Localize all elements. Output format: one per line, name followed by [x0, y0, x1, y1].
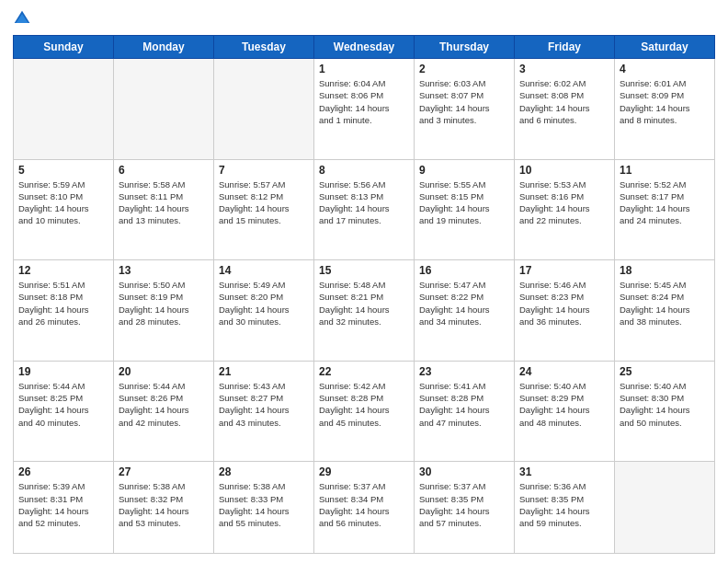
day-number: 20 [119, 365, 209, 378]
day-number: 26 [18, 465, 108, 478]
calendar-cell: 4Sunrise: 6:01 AMSunset: 8:09 PMDaylight… [615, 59, 715, 160]
calendar-cell: 30Sunrise: 5:37 AMSunset: 8:35 PMDayligh… [415, 462, 515, 554]
day-info: Sunrise: 6:01 AMSunset: 8:09 PMDaylight:… [620, 77, 710, 126]
day-number: 29 [319, 465, 409, 478]
calendar-cell: 9Sunrise: 5:55 AMSunset: 8:15 PMDaylight… [415, 159, 515, 260]
calendar-cell: 29Sunrise: 5:37 AMSunset: 8:34 PMDayligh… [314, 462, 415, 554]
calendar-cell [214, 59, 314, 160]
day-info: Sunrise: 5:39 AMSunset: 8:31 PMDaylight:… [18, 480, 108, 529]
header [13, 9, 715, 28]
weekday-header-sunday: Sunday [14, 36, 114, 59]
calendar-cell: 3Sunrise: 6:02 AMSunset: 8:08 PMDaylight… [515, 59, 615, 160]
day-info: Sunrise: 5:55 AMSunset: 8:15 PMDaylight:… [419, 178, 509, 227]
day-number: 19 [18, 365, 108, 378]
day-info: Sunrise: 6:03 AMSunset: 8:07 PMDaylight:… [419, 77, 509, 126]
day-number: 27 [119, 465, 209, 478]
week-row-3: 19Sunrise: 5:44 AMSunset: 8:25 PMDayligh… [14, 361, 715, 462]
day-number: 21 [219, 365, 309, 378]
logo-icon [13, 9, 31, 28]
calendar-cell: 17Sunrise: 5:46 AMSunset: 8:23 PMDayligh… [515, 260, 615, 362]
day-info: Sunrise: 5:42 AMSunset: 8:28 PMDaylight:… [319, 380, 409, 429]
day-info: Sunrise: 5:45 AMSunset: 8:24 PMDaylight:… [620, 279, 710, 327]
calendar-table: SundayMondayTuesdayWednesdayThursdayFrid… [13, 35, 715, 554]
day-info: Sunrise: 5:43 AMSunset: 8:27 PMDaylight:… [219, 380, 309, 429]
day-info: Sunrise: 6:02 AMSunset: 8:08 PMDaylight:… [519, 77, 609, 126]
weekday-header-thursday: Thursday [415, 36, 515, 59]
day-info: Sunrise: 5:56 AMSunset: 8:13 PMDaylight:… [319, 178, 409, 227]
weekday-header-tuesday: Tuesday [214, 36, 314, 59]
calendar-cell: 12Sunrise: 5:51 AMSunset: 8:18 PMDayligh… [14, 260, 114, 362]
calendar-cell: 10Sunrise: 5:53 AMSunset: 8:16 PMDayligh… [515, 159, 615, 260]
day-info: Sunrise: 5:50 AMSunset: 8:19 PMDaylight:… [119, 279, 209, 327]
day-number: 22 [319, 365, 409, 378]
calendar-cell: 24Sunrise: 5:40 AMSunset: 8:29 PMDayligh… [515, 361, 615, 462]
day-info: Sunrise: 5:52 AMSunset: 8:17 PMDaylight:… [620, 178, 710, 227]
day-info: Sunrise: 5:37 AMSunset: 8:35 PMDaylight:… [419, 480, 509, 529]
calendar-cell: 1Sunrise: 6:04 AMSunset: 8:06 PMDaylight… [314, 59, 415, 160]
week-row-4: 26Sunrise: 5:39 AMSunset: 8:31 PMDayligh… [14, 462, 715, 554]
day-number: 17 [519, 264, 609, 277]
calendar-cell: 16Sunrise: 5:47 AMSunset: 8:22 PMDayligh… [415, 260, 515, 362]
day-info: Sunrise: 5:57 AMSunset: 8:12 PMDaylight:… [219, 178, 309, 227]
calendar-cell: 26Sunrise: 5:39 AMSunset: 8:31 PMDayligh… [14, 462, 114, 554]
page: SundayMondayTuesdayWednesdayThursdayFrid… [0, 0, 728, 563]
calendar-cell: 2Sunrise: 6:03 AMSunset: 8:07 PMDaylight… [415, 59, 515, 160]
day-number: 8 [319, 164, 409, 177]
day-info: Sunrise: 5:47 AMSunset: 8:22 PMDaylight:… [419, 279, 509, 327]
day-number: 28 [219, 465, 309, 478]
calendar-cell: 15Sunrise: 5:48 AMSunset: 8:21 PMDayligh… [314, 260, 415, 362]
day-number: 3 [519, 63, 609, 75]
day-number: 23 [419, 365, 509, 378]
calendar-cell [14, 59, 114, 160]
calendar-cell [615, 462, 715, 554]
day-number: 15 [319, 264, 409, 277]
calendar-cell: 5Sunrise: 5:59 AMSunset: 8:10 PMDaylight… [14, 159, 114, 260]
day-number: 25 [620, 365, 710, 378]
logo [13, 9, 35, 28]
day-number: 30 [419, 465, 509, 478]
calendar-cell: 13Sunrise: 5:50 AMSunset: 8:19 PMDayligh… [114, 260, 214, 362]
calendar-cell: 23Sunrise: 5:41 AMSunset: 8:28 PMDayligh… [415, 361, 515, 462]
weekday-header-monday: Monday [114, 36, 214, 59]
calendar-cell: 8Sunrise: 5:56 AMSunset: 8:13 PMDaylight… [314, 159, 415, 260]
calendar-cell: 31Sunrise: 5:36 AMSunset: 8:35 PMDayligh… [515, 462, 615, 554]
day-info: Sunrise: 6:04 AMSunset: 8:06 PMDaylight:… [319, 77, 409, 126]
calendar-cell: 20Sunrise: 5:44 AMSunset: 8:26 PMDayligh… [114, 361, 214, 462]
calendar-cell: 25Sunrise: 5:40 AMSunset: 8:30 PMDayligh… [615, 361, 715, 462]
calendar-cell: 7Sunrise: 5:57 AMSunset: 8:12 PMDaylight… [214, 159, 314, 260]
day-number: 9 [419, 164, 509, 177]
day-info: Sunrise: 5:38 AMSunset: 8:32 PMDaylight:… [119, 480, 209, 529]
day-number: 2 [419, 63, 509, 75]
calendar-cell: 19Sunrise: 5:44 AMSunset: 8:25 PMDayligh… [14, 361, 114, 462]
weekday-header-row: SundayMondayTuesdayWednesdayThursdayFrid… [14, 36, 715, 59]
day-number: 1 [319, 63, 409, 75]
calendar-cell: 6Sunrise: 5:58 AMSunset: 8:11 PMDaylight… [114, 159, 214, 260]
day-info: Sunrise: 5:49 AMSunset: 8:20 PMDaylight:… [219, 279, 309, 327]
day-info: Sunrise: 5:40 AMSunset: 8:30 PMDaylight:… [620, 380, 710, 429]
day-info: Sunrise: 5:44 AMSunset: 8:25 PMDaylight:… [18, 380, 108, 429]
week-row-2: 12Sunrise: 5:51 AMSunset: 8:18 PMDayligh… [14, 260, 715, 362]
day-number: 31 [519, 465, 609, 478]
day-number: 14 [219, 264, 309, 277]
day-info: Sunrise: 5:37 AMSunset: 8:34 PMDaylight:… [319, 480, 409, 529]
day-number: 18 [620, 264, 710, 277]
calendar-cell: 14Sunrise: 5:49 AMSunset: 8:20 PMDayligh… [214, 260, 314, 362]
day-info: Sunrise: 5:41 AMSunset: 8:28 PMDaylight:… [419, 380, 509, 429]
weekday-header-friday: Friday [515, 36, 615, 59]
day-number: 10 [519, 164, 609, 177]
weekday-header-wednesday: Wednesday [314, 36, 415, 59]
day-info: Sunrise: 5:48 AMSunset: 8:21 PMDaylight:… [319, 279, 409, 327]
day-info: Sunrise: 5:53 AMSunset: 8:16 PMDaylight:… [519, 178, 609, 227]
day-number: 12 [18, 264, 108, 277]
day-number: 16 [419, 264, 509, 277]
day-info: Sunrise: 5:36 AMSunset: 8:35 PMDaylight:… [519, 480, 609, 529]
calendar-cell: 21Sunrise: 5:43 AMSunset: 8:27 PMDayligh… [214, 361, 314, 462]
day-info: Sunrise: 5:46 AMSunset: 8:23 PMDaylight:… [519, 279, 609, 327]
day-number: 5 [18, 164, 108, 177]
calendar-cell: 22Sunrise: 5:42 AMSunset: 8:28 PMDayligh… [314, 361, 415, 462]
week-row-1: 5Sunrise: 5:59 AMSunset: 8:10 PMDaylight… [14, 159, 715, 260]
day-info: Sunrise: 5:40 AMSunset: 8:29 PMDaylight:… [519, 380, 609, 429]
day-info: Sunrise: 5:44 AMSunset: 8:26 PMDaylight:… [119, 380, 209, 429]
day-info: Sunrise: 5:58 AMSunset: 8:11 PMDaylight:… [119, 178, 209, 227]
day-number: 4 [620, 63, 710, 75]
